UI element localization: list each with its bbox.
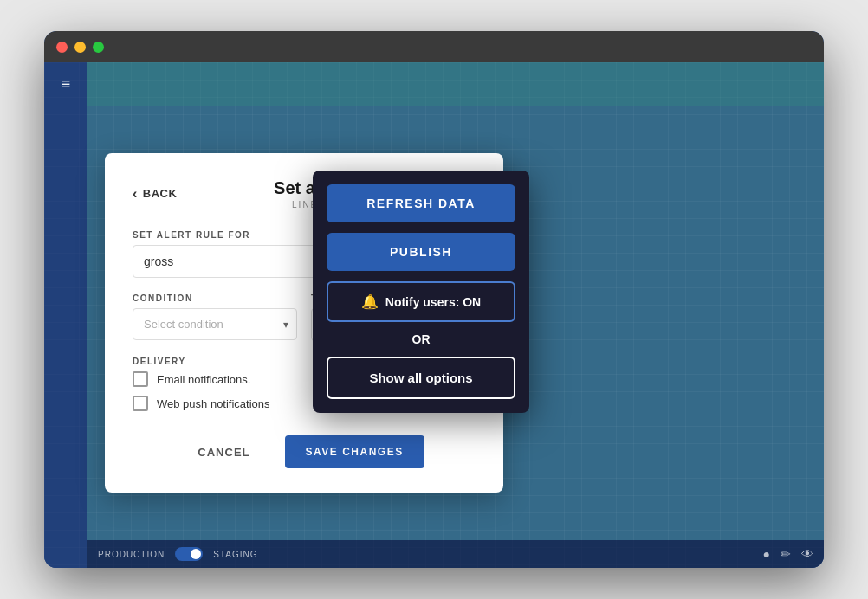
email-checkbox[interactable] [133,371,148,387]
content-area: ‹ BACK Set alert rule LINE CHART [87,106,824,540]
bottom-bar-icons: ● ✏ 👁 [763,547,813,561]
refresh-data-button[interactable]: REFRESH DATA [327,184,515,222]
condition-select[interactable]: Select condition [133,308,297,340]
browser-window: ≡ ‹ BACK [44,31,824,568]
email-checkbox-label: Email notifications. [157,373,250,386]
cancel-button[interactable]: CANCEL [184,437,263,467]
traffic-light-red[interactable] [56,42,68,53]
bottom-bar: PRODUCTION STAGING ● ✏ 👁 [87,540,824,568]
webpush-checkbox-label: Web push notifications [157,397,270,410]
condition-select-wrapper: Select condition ▾ [133,308,297,340]
pencil-icon[interactable]: ✏ [781,547,791,561]
browser-titlebar [44,31,824,62]
back-link[interactable]: ‹ BACK [133,186,177,202]
publish-button[interactable]: PUBLISH [327,233,515,271]
main-content: ‹ BACK Set alert rule LINE CHART [87,62,824,568]
traffic-light-yellow[interactable] [74,42,86,53]
bell-icon: 🔔 [361,293,379,310]
notify-users-button[interactable]: 🔔 Notify users: ON [327,281,515,322]
env-toggle[interactable] [175,547,203,561]
dropdown-panel: REFRESH DATA PUBLISH 🔔 Notify users: ON … [313,171,529,413]
or-divider: OR [327,332,515,346]
show-all-options-button[interactable]: Show all options [327,357,515,399]
back-arrow-icon: ‹ [133,186,138,202]
staging-label: STAGING [213,550,257,559]
webpush-checkbox[interactable] [133,396,148,411]
header-bar [87,62,824,106]
save-button[interactable]: SAVE CHANGES [285,435,424,468]
production-label: PRODUCTION [98,550,165,559]
modal-footer: CANCEL SAVE CHANGES [133,435,476,468]
condition-label: CONDITION [133,293,297,303]
back-label: BACK [143,187,178,200]
dot-icon[interactable]: ● [763,547,770,561]
sidebar: ≡ [44,62,87,568]
modal-overlay: ‹ BACK Set alert rule LINE CHART [87,106,824,540]
toggle-knob [191,549,201,559]
alert-rule-modal: ‹ BACK Set alert rule LINE CHART [105,153,503,493]
app-layout: ≡ ‹ BACK [44,62,824,568]
notify-label: Notify users: ON [385,295,481,309]
eye-icon[interactable]: 👁 [801,547,813,561]
traffic-light-green[interactable] [93,42,104,53]
hamburger-icon[interactable]: ≡ [62,76,71,92]
browser-content: ≡ ‹ BACK [44,62,824,568]
condition-col: CONDITION Select condition ▾ [133,293,297,341]
